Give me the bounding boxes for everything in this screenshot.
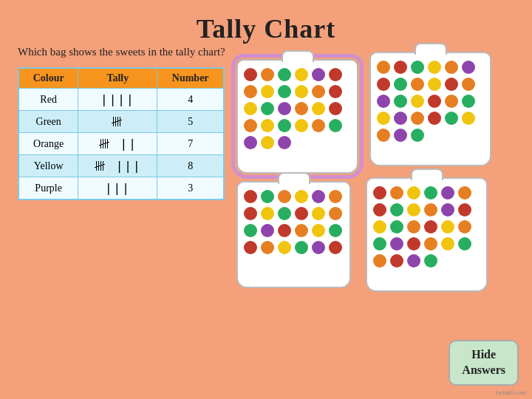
dot-red	[329, 241, 342, 254]
dot-green	[261, 190, 274, 203]
cell-number-1: 5	[157, 111, 224, 133]
dot-green	[390, 203, 403, 216]
dot-red	[278, 224, 291, 237]
dot-green	[295, 241, 308, 254]
dot-purple	[278, 136, 291, 149]
dot-red	[373, 186, 386, 200]
dot-green	[261, 102, 274, 115]
dot-orange	[377, 129, 390, 142]
dot-yellow	[411, 95, 424, 108]
dot-yellow	[295, 190, 308, 203]
table-row: Yellow𝍸 |||8	[18, 155, 224, 177]
dot-purple	[407, 254, 420, 267]
dot-green	[329, 224, 342, 237]
cell-tally-1: 𝍸	[78, 111, 157, 133]
tally-table: Colour Tally Number Red||||4Green𝍸5Orang…	[18, 67, 225, 200]
dot-orange	[244, 119, 257, 132]
dot-orange	[445, 95, 458, 108]
dot-red	[390, 254, 403, 267]
main-container: Tally Chart Which bag shows the sweets i…	[0, 0, 532, 399]
dot-orange	[462, 78, 475, 91]
dot-orange	[312, 85, 325, 98]
dot-yellow	[261, 136, 274, 149]
left-section: Which bag shows the sweets in the tally …	[18, 44, 254, 200]
dot-yellow	[278, 241, 291, 254]
dot-green	[244, 224, 257, 237]
cell-number-3: 8	[157, 155, 224, 177]
dot-green	[329, 119, 342, 132]
dot-purple	[244, 136, 257, 149]
dot-orange	[377, 61, 390, 74]
table-row: Red||||4	[18, 89, 224, 111]
dot-orange	[261, 68, 274, 81]
dot-yellow	[428, 78, 441, 91]
hide-answers-button[interactable]: Hide Answers	[449, 340, 519, 386]
dot-orange	[373, 254, 386, 267]
dot-green	[462, 95, 475, 108]
dot-purple	[278, 102, 291, 115]
dot-red	[329, 102, 342, 115]
bag-bag4[interactable]	[366, 177, 488, 292]
dot-orange	[445, 61, 458, 74]
dot-purple	[312, 68, 325, 81]
dot-orange	[312, 119, 325, 132]
dot-purple	[394, 112, 407, 125]
dot-yellow	[295, 119, 308, 132]
dot-yellow	[261, 207, 274, 220]
dot-yellow	[261, 119, 274, 132]
dot-yellow	[312, 102, 325, 115]
dot-orange	[244, 85, 257, 98]
dot-green	[278, 85, 291, 98]
dot-red	[329, 85, 342, 98]
dot-yellow	[407, 203, 420, 216]
dot-yellow	[312, 224, 325, 237]
dot-yellow	[441, 220, 454, 233]
dot-purple	[441, 186, 454, 200]
dot-yellow	[373, 220, 386, 233]
question-text: Which bag shows the sweets in the tally …	[18, 44, 254, 60]
dot-green	[278, 207, 291, 220]
dot-green	[390, 220, 403, 233]
cell-tally-4: |||	[78, 177, 157, 200]
bag-bag1[interactable]	[236, 59, 358, 174]
bag-bag3[interactable]	[236, 181, 351, 288]
dot-yellow	[261, 85, 274, 98]
dot-green	[424, 186, 437, 200]
dot-yellow	[244, 102, 257, 115]
dot-orange	[458, 186, 471, 200]
dot-yellow	[428, 61, 441, 74]
dot-red	[458, 203, 471, 216]
cell-colour-3: Yellow	[18, 155, 78, 177]
cell-number-2: 7	[157, 133, 224, 155]
dot-orange	[329, 207, 342, 220]
dot-purple	[462, 61, 475, 74]
dot-green	[278, 68, 291, 81]
cell-colour-2: Orange	[18, 133, 78, 155]
table-row: Orange𝍸 ||7	[18, 133, 224, 155]
dot-orange	[329, 190, 342, 203]
col-header-number: Number	[157, 68, 224, 89]
dot-yellow	[462, 112, 475, 125]
dot-purple	[261, 224, 274, 237]
dot-red	[394, 61, 407, 74]
dot-green	[394, 95, 407, 108]
col-header-colour: Colour	[18, 68, 78, 89]
dot-purple	[441, 203, 454, 216]
dot-orange	[424, 203, 437, 216]
dot-green	[445, 112, 458, 125]
table-row: Purple|||3	[18, 177, 224, 200]
dot-yellow	[295, 68, 308, 81]
bags-area	[229, 37, 525, 377]
cell-colour-4: Purple	[18, 177, 78, 200]
dot-yellow	[407, 186, 420, 200]
dot-orange	[295, 102, 308, 115]
cell-colour-0: Red	[18, 89, 78, 111]
dot-orange	[424, 237, 437, 250]
table-row: Green𝍸5	[18, 111, 224, 133]
cell-tally-3: 𝍸 |||	[78, 155, 157, 177]
dot-orange	[407, 220, 420, 233]
bag-bag2[interactable]	[369, 52, 491, 166]
dot-yellow	[312, 207, 325, 220]
cell-colour-1: Green	[18, 111, 78, 133]
dot-red	[424, 220, 437, 233]
